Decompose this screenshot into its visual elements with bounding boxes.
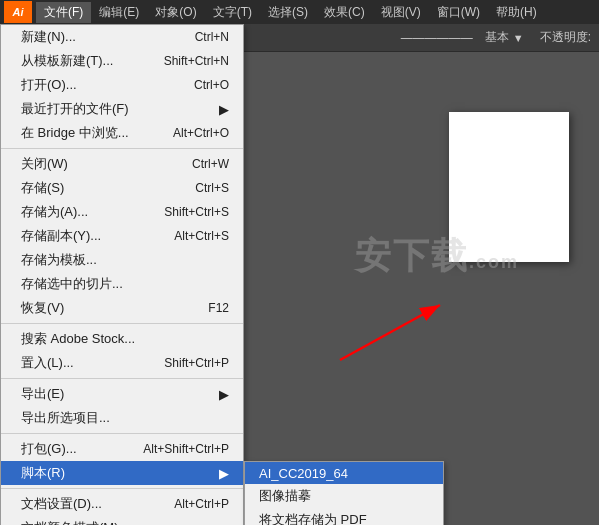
menu-save-template[interactable]: 存储为模板... (1, 248, 243, 272)
menu-save[interactable]: 存储(S) Ctrl+S (1, 176, 243, 200)
separator-3 (1, 378, 243, 379)
menubar: Ai 文件(F) 编辑(E) 对象(O) 文字(T) 选择(S) 效果(C) 视… (0, 0, 599, 24)
menu-doc-setup[interactable]: 文档设置(D)... Alt+Ctrl+P (1, 492, 243, 516)
toolbar-opacity-label: —————— (401, 31, 473, 45)
toolbar-opacity-text: 不透明度: (540, 29, 591, 46)
menu-view[interactable]: 视图(V) (373, 2, 429, 23)
toolbar-controls: —————— 基本 ▼ 不透明度: (401, 29, 591, 46)
menu-close[interactable]: 关闭(W) Ctrl+W (1, 152, 243, 176)
menu-place[interactable]: 置入(L)... Shift+Ctrl+P (1, 351, 243, 375)
menu-revert[interactable]: 恢复(V) F12 (1, 296, 243, 320)
menu-search-stock[interactable]: 搜索 Adobe Stock... (1, 327, 243, 351)
menu-text[interactable]: 文字(T) (205, 2, 260, 23)
script-image-trace[interactable]: 图像描摹 (245, 484, 443, 508)
menu-export[interactable]: 导出(E) ▶ (1, 382, 243, 406)
separator-1 (1, 148, 243, 149)
menu-new[interactable]: 新建(N)... Ctrl+N (1, 25, 243, 49)
menu-file[interactable]: 文件(F) (36, 2, 91, 23)
app-logo: Ai (4, 1, 32, 23)
menu-new-from-template[interactable]: 从模板新建(T)... Shift+Ctrl+N (1, 49, 243, 73)
menu-save-slices[interactable]: 存储选中的切片... (1, 272, 243, 296)
menu-scripts[interactable]: 脚本(R) ▶ AI_CC2019_64 图像描摹 将文档存储为 PDF 将文档… (1, 461, 243, 485)
menu-help[interactable]: 帮助(H) (488, 2, 545, 23)
menu-select[interactable]: 选择(S) (260, 2, 316, 23)
menu-recent-files[interactable]: 最近打开的文件(F) ▶ (1, 97, 243, 121)
menu-save-copy[interactable]: 存储副本(Y)... Alt+Ctrl+S (1, 224, 243, 248)
script-ai-cc2019[interactable]: AI_CC2019_64 (245, 462, 443, 484)
toolbar-basic-label: 基本 (485, 29, 509, 46)
menu-object[interactable]: 对象(O) (147, 2, 204, 23)
menu-effect[interactable]: 效果(C) (316, 2, 373, 23)
menu-save-as[interactable]: 存储为(A)... Shift+Ctrl+S (1, 200, 243, 224)
menu-bridge[interactable]: 在 Bridge 中浏览... Alt+Ctrl+O (1, 121, 243, 145)
watermark: 安下载.com (355, 232, 519, 281)
menu-edit[interactable]: 编辑(E) (91, 2, 147, 23)
script-save-pdf[interactable]: 将文档存储为 PDF (245, 508, 443, 525)
menu-export-selected[interactable]: 导出所选项目... (1, 406, 243, 430)
scripts-submenu: AI_CC2019_64 图像描摹 将文档存储为 PDF 将文档存储为 SVG … (244, 461, 444, 525)
toolbar-basic-dropdown-icon[interactable]: ▼ (513, 32, 524, 44)
file-dropdown-menu: 新建(N)... Ctrl+N 从模板新建(T)... Shift+Ctrl+N… (0, 24, 244, 525)
separator-4 (1, 433, 243, 434)
separator-2 (1, 323, 243, 324)
menu-doc-color-mode[interactable]: 文档颜色模式(M) (1, 516, 243, 525)
menu-open[interactable]: 打开(O)... Ctrl+O (1, 73, 243, 97)
menu-window[interactable]: 窗口(W) (429, 2, 488, 23)
menu-package[interactable]: 打包(G)... Alt+Shift+Ctrl+P (1, 437, 243, 461)
app-background: Ai 文件(F) 编辑(E) 对象(O) 文字(T) 选择(S) 效果(C) 视… (0, 0, 599, 525)
separator-5 (1, 488, 243, 489)
